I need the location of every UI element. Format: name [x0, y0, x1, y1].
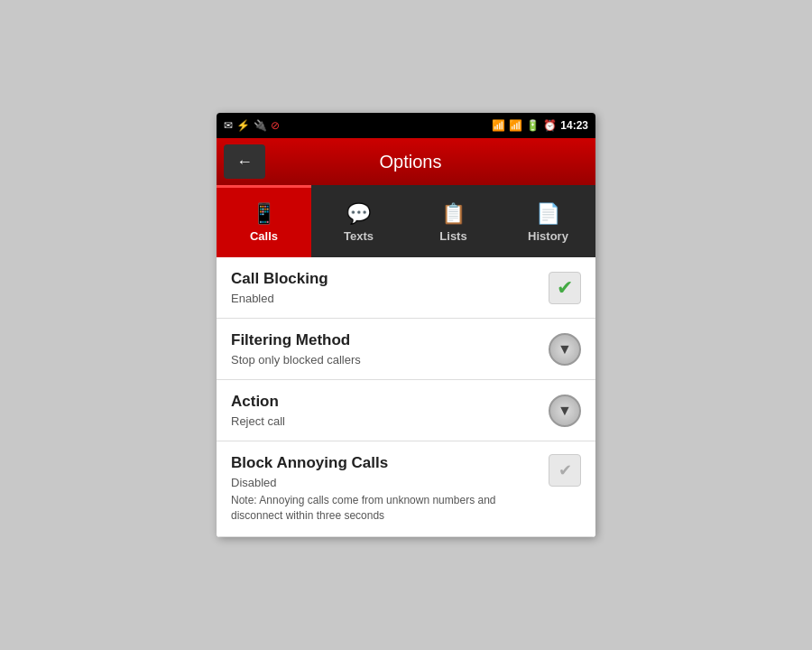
- setting-block-annoying-text: Block Annoying Calls Disabled Note: Anno…: [231, 454, 538, 524]
- action-control[interactable]: ▼: [549, 395, 581, 427]
- tab-history[interactable]: 📄 History: [501, 185, 595, 257]
- action-dropdown[interactable]: ▼: [549, 395, 581, 427]
- filtering-method-subtitle: Stop only blocked callers: [231, 353, 538, 367]
- page-title: Options: [274, 152, 588, 172]
- alarm-icon: ⏰: [543, 119, 557, 132]
- block-annoying-note: Note: Annoying calls come from unknown n…: [231, 493, 538, 524]
- setting-action-text: Action Reject call: [231, 393, 538, 428]
- status-bar: ✉ ⚡ 🔌 ⊘ 📶 📶 🔋 ⏰ 14:23: [217, 113, 595, 138]
- phone-container: ✉ ⚡ 🔌 ⊘ 📶 📶 🔋 ⏰ 14:23 ← Options 📱 Calls …: [217, 113, 595, 537]
- calls-icon: 📱: [252, 202, 276, 226]
- tab-calls-label: Calls: [250, 229, 278, 243]
- tab-history-label: History: [528, 229, 568, 243]
- filtering-method-dropdown[interactable]: ▼: [549, 333, 581, 366]
- tabs-container: 📱 Calls 💬 Texts 📋 Lists 📄 History: [217, 185, 595, 257]
- block-annoying-subtitle: Disabled: [231, 476, 538, 489]
- block-annoying-control[interactable]: ✔: [549, 454, 581, 487]
- history-icon: 📄: [536, 202, 560, 226]
- filtering-method-control[interactable]: ▼: [549, 333, 581, 366]
- signal-bars-icon: 📶: [509, 119, 522, 132]
- call-blocking-control[interactable]: ✔: [549, 272, 581, 304]
- signal-icon: ⚡: [236, 119, 250, 132]
- call-blocking-checkbox[interactable]: ✔: [549, 272, 581, 304]
- status-icons-right: 📶 📶 🔋 ⏰ 14:23: [492, 119, 588, 132]
- setting-block-annoying: Block Annoying Calls Disabled Note: Anno…: [217, 441, 595, 537]
- tab-lists[interactable]: 📋 Lists: [406, 185, 501, 257]
- block-annoying-checkbox[interactable]: ✔: [549, 454, 581, 487]
- setting-call-blocking-text: Call Blocking Enabled: [231, 270, 538, 305]
- back-arrow-icon: ←: [236, 153, 253, 172]
- setting-action: Action Reject call ▼: [217, 380, 595, 441]
- action-subtitle: Reject call: [231, 414, 538, 428]
- call-icon: ⊘: [271, 119, 280, 132]
- back-button[interactable]: ←: [224, 144, 265, 179]
- texts-icon: 💬: [346, 202, 371, 226]
- action-title: Action: [231, 393, 538, 411]
- usb-icon: 🔌: [254, 119, 267, 132]
- time-display: 14:23: [560, 119, 588, 132]
- settings-content: Call Blocking Enabled ✔ Filtering Method…: [217, 257, 595, 537]
- call-blocking-title: Call Blocking: [231, 270, 538, 288]
- tab-texts[interactable]: 💬 Texts: [311, 185, 406, 257]
- top-bar: ← Options: [217, 138, 595, 185]
- call-blocking-subtitle: Enabled: [231, 292, 538, 305]
- tab-texts-label: Texts: [344, 229, 374, 243]
- tab-calls[interactable]: 📱 Calls: [217, 185, 311, 257]
- lists-icon: 📋: [441, 202, 466, 226]
- setting-filtering-method: Filtering Method Stop only blocked calle…: [217, 319, 595, 380]
- wifi-icon: 📶: [492, 119, 505, 132]
- battery-icon: 🔋: [526, 119, 540, 132]
- tab-lists-label: Lists: [439, 229, 466, 243]
- setting-filtering-text: Filtering Method Stop only blocked calle…: [231, 331, 538, 367]
- block-annoying-title: Block Annoying Calls: [231, 454, 538, 472]
- email-icon: ✉: [224, 119, 233, 132]
- status-icons-left: ✉ ⚡ 🔌 ⊘: [224, 119, 280, 132]
- filtering-method-title: Filtering Method: [231, 331, 538, 349]
- setting-call-blocking: Call Blocking Enabled ✔: [217, 257, 595, 319]
